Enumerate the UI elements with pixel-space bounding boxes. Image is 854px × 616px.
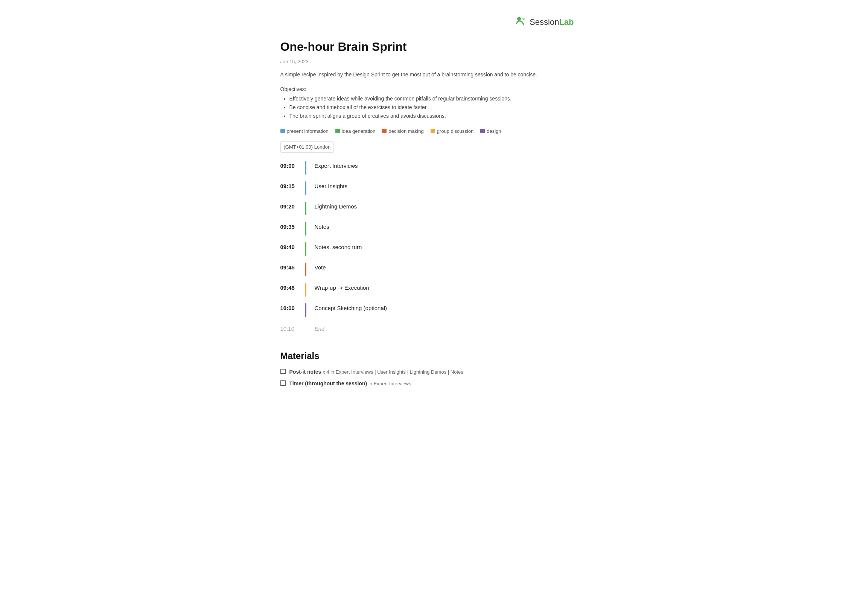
legend-label-design: design <box>486 128 501 135</box>
logo: SessionLab <box>514 15 573 29</box>
checkbox-timer[interactable] <box>281 380 286 386</box>
schedule-bar-wrap-0 <box>305 161 307 175</box>
legend-dot-idea <box>336 129 340 133</box>
schedule-bar-7 <box>305 303 307 317</box>
schedule-time-0: 09:00 <box>281 161 305 175</box>
schedule-end-bar <box>305 323 307 334</box>
material-text-1: Timer (throughout the session) in Expert… <box>290 380 412 387</box>
schedule-time-7: 10:00 <box>281 303 305 317</box>
page-date: Jun 15, 2023 <box>281 58 574 66</box>
schedule-row-0: 09:00 Expert Interviews <box>281 161 574 175</box>
schedule-label-6: Wrap-up -> Execution <box>315 283 369 297</box>
schedule-bar-1 <box>305 181 307 195</box>
schedule: 09:00 Expert Interviews 09:15 User Insig… <box>281 161 574 334</box>
schedule-bar-wrap-3 <box>305 222 307 236</box>
material-main-0: Post-it notes <box>290 369 322 375</box>
schedule-bar-wrap-2 <box>305 202 307 215</box>
schedule-label-3: Notes <box>315 222 329 236</box>
schedule-bar-4 <box>305 242 307 256</box>
page-description: A simple recipe inspired by the Design S… <box>281 71 574 79</box>
objective-item: The brain sprint aligns a group of creat… <box>290 112 574 120</box>
schedule-row-7: 10:00 Concept Sketching (optional) <box>281 303 574 317</box>
schedule-label-2: Lightning Demos <box>315 202 357 215</box>
material-item-0: Post-it notes x 4 in Expert Interviews |… <box>281 368 574 376</box>
schedule-time-4: 09:40 <box>281 242 305 256</box>
schedule-bar-3 <box>305 222 307 236</box>
legend-item-present: present information <box>281 128 329 135</box>
schedule-time-3: 09:35 <box>281 222 305 236</box>
sessionlab-icon <box>514 15 527 29</box>
legend-label-decision: decision making <box>389 128 424 135</box>
objective-item: Effectively generate ideas while avoidin… <box>290 95 574 103</box>
objective-item: Be concise and timebox all of the exerci… <box>290 104 574 111</box>
material-main-1: Timer (throughout the session) <box>290 380 368 386</box>
material-text-0: Post-it notes x 4 in Expert Interviews |… <box>290 368 463 376</box>
objectives-list: Effectively generate ideas while avoidin… <box>281 95 574 120</box>
schedule-label-1: User Insights <box>315 181 348 195</box>
schedule-label-5: Vote <box>315 263 326 276</box>
legend-dot-present <box>281 129 285 133</box>
schedule-bar-wrap-7 <box>305 303 307 317</box>
legend-item-decision: decision making <box>382 128 424 135</box>
legend-item-group: group discussion <box>430 128 474 135</box>
material-item-1: Timer (throughout the session) in Expert… <box>281 380 574 387</box>
legend: present information idea generation deci… <box>281 128 574 135</box>
schedule-bar-wrap-1 <box>305 181 307 195</box>
schedule-end-time: 10:10 <box>281 324 305 333</box>
materials-section: Materials Post-it notes x 4 in Expert In… <box>281 349 574 387</box>
schedule-time-2: 09:20 <box>281 202 305 215</box>
schedule-row-4: 09:40 Notes, second turn <box>281 242 574 256</box>
schedule-end: 10:10 End <box>281 323 574 334</box>
page-title: One-hour Brain Sprint <box>281 38 574 56</box>
materials-title: Materials <box>281 349 574 363</box>
schedule-bar-wrap-5 <box>305 263 307 276</box>
schedule-time-6: 09:48 <box>281 283 305 297</box>
legend-dot-group <box>430 129 435 133</box>
objectives-label: Objectives: <box>281 85 574 93</box>
material-detail-1: in Expert Interviews <box>369 381 411 386</box>
schedule-bar-wrap-4 <box>305 242 307 256</box>
schedule-row-1: 09:15 User Insights <box>281 181 574 195</box>
schedule-end-bar-wrap <box>305 323 307 334</box>
legend-label-idea: idea generation <box>342 128 376 135</box>
schedule-row-5: 09:45 Vote <box>281 263 574 276</box>
schedule-row-2: 09:20 Lightning Demos <box>281 202 574 215</box>
schedule-bar-6 <box>305 283 307 297</box>
schedule-row-6: 09:48 Wrap-up -> Execution <box>281 283 574 297</box>
svg-point-0 <box>517 17 521 21</box>
page-wrapper: SessionLab One-hour Brain Sprint Jun 15,… <box>258 0 596 421</box>
legend-dot-design <box>480 129 485 133</box>
schedule-end-label: End <box>315 324 325 333</box>
svg-point-1 <box>522 18 525 20</box>
schedule-bar-0 <box>305 161 307 175</box>
legend-item-design: design <box>480 128 501 135</box>
schedule-label-0: Expert Interviews <box>315 161 358 175</box>
schedule-bar-2 <box>305 202 307 215</box>
schedule-time-5: 09:45 <box>281 263 305 276</box>
schedule-time-1: 09:15 <box>281 181 305 195</box>
schedule-label-7: Concept Sketching (optional) <box>315 303 387 317</box>
legend-label-present: present information <box>287 128 329 135</box>
schedule-bar-5 <box>305 263 307 276</box>
legend-item-idea: idea generation <box>336 128 376 135</box>
legend-label-group: group discussion <box>437 128 474 135</box>
logo-text: SessionLab <box>529 16 573 28</box>
timezone: (GMT+01:00) London <box>281 142 334 153</box>
schedule-row-3: 09:35 Notes <box>281 222 574 236</box>
material-detail-0: x 4 in Expert Interviews | User Insights… <box>323 369 463 375</box>
checkbox-postit[interactable] <box>281 369 286 374</box>
legend-dot-decision <box>382 129 387 133</box>
schedule-label-4: Notes, second turn <box>315 242 362 256</box>
schedule-bar-wrap-6 <box>305 283 307 297</box>
